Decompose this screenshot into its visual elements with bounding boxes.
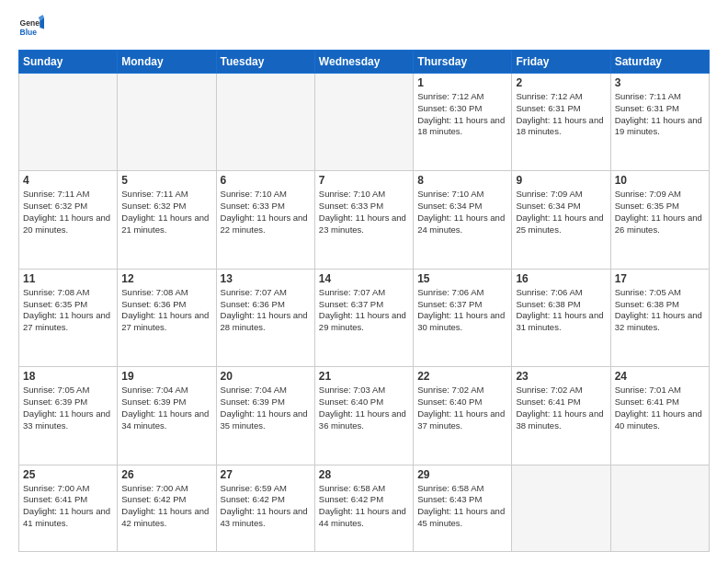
calendar-cell: 16Sunrise: 7:06 AMSunset: 6:38 PMDayligh… [512,269,610,366]
day-info: Sunrise: 7:05 AMSunset: 6:39 PMDaylight:… [23,385,113,431]
calendar-cell: 23Sunrise: 7:02 AMSunset: 6:41 PMDayligh… [512,367,610,465]
day-info: Sunrise: 7:10 AMSunset: 6:33 PMDaylight:… [319,189,409,236]
day-info: Sunrise: 7:02 AMSunset: 6:40 PMDaylight:… [417,385,507,431]
day-number: 1 [417,76,507,89]
day-number: 14 [319,272,409,285]
calendar-cell: 27Sunrise: 6:59 AMSunset: 6:42 PMDayligh… [216,465,314,551]
day-number: 20 [221,370,311,383]
column-header-tuesday: Tuesday [216,51,314,74]
week-row-1: 1Sunrise: 7:12 AMSunset: 6:30 PMDaylight… [19,74,710,171]
day-info: Sunrise: 7:12 AMSunset: 6:30 PMDaylight:… [417,91,507,138]
calendar-cell: 12Sunrise: 7:08 AMSunset: 6:36 PMDayligh… [118,269,216,366]
calendar-cell: 22Sunrise: 7:02 AMSunset: 6:40 PMDayligh… [414,367,512,465]
day-number: 4 [23,174,113,187]
week-row-5: 25Sunrise: 7:00 AMSunset: 6:41 PMDayligh… [19,465,710,551]
calendar-cell: 11Sunrise: 7:08 AMSunset: 6:35 PMDayligh… [19,269,118,366]
calendar-cell: 9Sunrise: 7:09 AMSunset: 6:34 PMDaylight… [512,171,610,269]
day-number: 17 [615,272,705,285]
calendar-header-row: SundayMondayTuesdayWednesdayThursdayFrid… [19,51,710,74]
calendar-cell: 21Sunrise: 7:03 AMSunset: 6:40 PMDayligh… [314,367,413,465]
day-info: Sunrise: 7:10 AMSunset: 6:34 PMDaylight:… [417,189,507,236]
calendar-cell: 26Sunrise: 7:00 AMSunset: 6:42 PMDayligh… [118,465,216,551]
day-info: Sunrise: 7:02 AMSunset: 6:41 PMDaylight:… [516,385,606,431]
day-number: 13 [221,272,311,285]
column-header-thursday: Thursday [414,51,512,74]
calendar-cell [118,74,216,171]
day-number: 12 [121,272,211,285]
day-number: 11 [23,272,113,285]
day-number: 25 [23,468,113,481]
week-row-3: 11Sunrise: 7:08 AMSunset: 6:35 PMDayligh… [19,269,710,366]
calendar-cell: 10Sunrise: 7:09 AMSunset: 6:35 PMDayligh… [610,171,709,269]
week-row-2: 4Sunrise: 7:11 AMSunset: 6:32 PMDaylight… [19,171,710,269]
day-info: Sunrise: 7:08 AMSunset: 6:35 PMDaylight:… [23,287,113,334]
day-info: Sunrise: 7:04 AMSunset: 6:39 PMDaylight:… [221,385,311,431]
day-info: Sunrise: 7:06 AMSunset: 6:38 PMDaylight:… [516,287,606,334]
calendar-cell: 20Sunrise: 7:04 AMSunset: 6:39 PMDayligh… [216,367,314,465]
column-header-sunday: Sunday [19,51,118,74]
day-info: Sunrise: 7:00 AMSunset: 6:41 PMDaylight:… [23,483,113,530]
day-number: 22 [417,370,507,383]
day-info: Sunrise: 7:06 AMSunset: 6:37 PMDaylight:… [417,287,507,334]
day-info: Sunrise: 7:11 AMSunset: 6:32 PMDaylight:… [23,189,113,236]
day-number: 28 [319,468,409,481]
day-number: 9 [516,174,606,187]
column-header-saturday: Saturday [610,51,709,74]
day-info: Sunrise: 7:09 AMSunset: 6:34 PMDaylight:… [516,189,606,236]
day-number: 18 [23,370,113,383]
svg-text:Blue: Blue [20,28,38,37]
day-info: Sunrise: 7:07 AMSunset: 6:36 PMDaylight:… [221,287,311,334]
calendar-cell [216,74,314,171]
calendar-cell: 15Sunrise: 7:06 AMSunset: 6:37 PMDayligh… [414,269,512,366]
day-number: 16 [516,272,606,285]
column-header-monday: Monday [118,51,216,74]
day-info: Sunrise: 7:08 AMSunset: 6:36 PMDaylight:… [121,287,211,334]
day-number: 3 [615,76,705,89]
day-number: 7 [319,174,409,187]
page: General Blue SundayMondayTuesdayWednesda… [0,0,728,563]
day-number: 23 [516,370,606,383]
week-row-4: 18Sunrise: 7:05 AMSunset: 6:39 PMDayligh… [19,367,710,465]
calendar-cell: 1Sunrise: 7:12 AMSunset: 6:30 PMDaylight… [414,74,512,171]
logo: General Blue [18,15,44,40]
calendar-cell: 8Sunrise: 7:10 AMSunset: 6:34 PMDaylight… [414,171,512,269]
day-info: Sunrise: 7:01 AMSunset: 6:41 PMDaylight:… [615,385,705,431]
day-info: Sunrise: 7:09 AMSunset: 6:35 PMDaylight:… [615,189,705,236]
calendar-table: SundayMondayTuesdayWednesdayThursdayFrid… [18,50,710,552]
calendar-cell [19,74,118,171]
day-info: Sunrise: 7:03 AMSunset: 6:40 PMDaylight:… [319,385,409,431]
day-info: Sunrise: 7:04 AMSunset: 6:39 PMDaylight:… [121,385,211,431]
day-number: 15 [417,272,507,285]
day-info: Sunrise: 6:58 AMSunset: 6:42 PMDaylight:… [319,483,409,530]
day-info: Sunrise: 7:11 AMSunset: 6:31 PMDaylight:… [615,91,705,138]
calendar-cell: 19Sunrise: 7:04 AMSunset: 6:39 PMDayligh… [118,367,216,465]
day-number: 10 [615,174,705,187]
day-info: Sunrise: 7:10 AMSunset: 6:33 PMDaylight:… [221,189,311,236]
calendar-cell: 3Sunrise: 7:11 AMSunset: 6:31 PMDaylight… [610,74,709,171]
calendar-cell: 28Sunrise: 6:58 AMSunset: 6:42 PMDayligh… [314,465,413,551]
day-info: Sunrise: 6:58 AMSunset: 6:43 PMDaylight:… [417,483,507,530]
calendar-cell: 7Sunrise: 7:10 AMSunset: 6:33 PMDaylight… [314,171,413,269]
day-info: Sunrise: 7:11 AMSunset: 6:32 PMDaylight:… [121,189,211,236]
day-number: 24 [615,370,705,383]
day-number: 8 [417,174,507,187]
day-info: Sunrise: 7:05 AMSunset: 6:38 PMDaylight:… [615,287,705,334]
day-number: 29 [417,468,507,481]
day-info: Sunrise: 7:00 AMSunset: 6:42 PMDaylight:… [121,483,211,530]
calendar-cell: 18Sunrise: 7:05 AMSunset: 6:39 PMDayligh… [19,367,118,465]
calendar-cell: 6Sunrise: 7:10 AMSunset: 6:33 PMDaylight… [216,171,314,269]
day-number: 5 [121,174,211,187]
calendar-cell: 13Sunrise: 7:07 AMSunset: 6:36 PMDayligh… [216,269,314,366]
calendar-cell: 29Sunrise: 6:58 AMSunset: 6:43 PMDayligh… [414,465,512,551]
generalblue-logo-icon: General Blue [18,15,44,40]
day-number: 19 [121,370,211,383]
calendar-cell: 24Sunrise: 7:01 AMSunset: 6:41 PMDayligh… [610,367,709,465]
calendar-cell [314,74,413,171]
day-number: 27 [221,468,311,481]
calendar-cell: 14Sunrise: 7:07 AMSunset: 6:37 PMDayligh… [314,269,413,366]
calendar-cell [610,465,709,551]
day-info: Sunrise: 6:59 AMSunset: 6:42 PMDaylight:… [221,483,311,530]
column-header-wednesday: Wednesday [314,51,413,74]
calendar-cell: 17Sunrise: 7:05 AMSunset: 6:38 PMDayligh… [610,269,709,366]
day-number: 26 [121,468,211,481]
